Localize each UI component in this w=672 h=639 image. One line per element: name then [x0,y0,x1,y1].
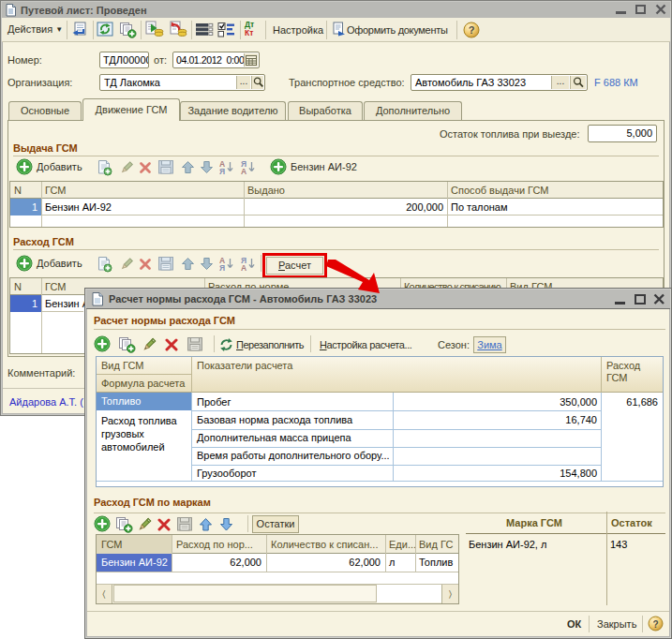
svg-text:А: А [241,167,246,175]
svg-text:Я: Я [219,167,225,175]
svg-text:А: А [241,263,246,272]
svg-text:?: ? [652,619,658,630]
svg-text:Я: Я [219,263,225,272]
svg-text:?: ? [469,24,475,36]
